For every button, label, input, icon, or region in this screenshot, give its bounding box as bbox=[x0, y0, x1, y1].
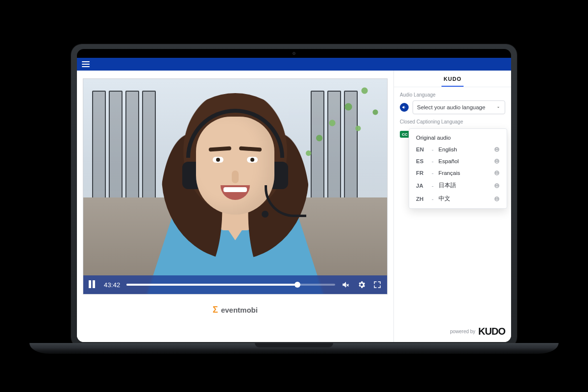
presenter bbox=[122, 78, 348, 294]
language-name: 日本語 bbox=[439, 182, 456, 189]
language-name: 中文 bbox=[439, 195, 450, 202]
audio-language-section: Audio Language Select your audio languag… bbox=[394, 87, 511, 117]
cc-badge-icon: CC bbox=[400, 131, 410, 138]
language-code: ZH bbox=[416, 196, 427, 202]
brand-row: Σ eventmobi bbox=[77, 298, 393, 318]
video-scene bbox=[83, 79, 387, 294]
gear-icon bbox=[357, 280, 366, 289]
language-code: JA bbox=[416, 183, 427, 189]
hamburger-menu-icon[interactable] bbox=[82, 61, 90, 67]
language-option[interactable]: Original audio bbox=[409, 132, 507, 144]
language-menu: Original audioEN-EnglishES-EspañolFR-Fra… bbox=[409, 128, 507, 209]
kudo-logo: KUDO bbox=[478, 326, 505, 337]
eventmobi-logo: Σ eventmobi bbox=[213, 305, 258, 314]
fullscreen-button[interactable] bbox=[372, 280, 382, 290]
app-topbar bbox=[77, 58, 511, 71]
audio-language-value: Select your audio language bbox=[417, 104, 485, 110]
volume-muted-icon bbox=[342, 280, 350, 289]
language-option[interactable]: EN-English bbox=[409, 144, 507, 155]
language-name: Français bbox=[439, 170, 460, 176]
app-screen: 43:42 bbox=[77, 58, 511, 342]
app-body: 43:42 bbox=[77, 71, 511, 342]
laptop-base bbox=[29, 343, 559, 354]
language-name: Original audio bbox=[416, 135, 451, 141]
ai-icon bbox=[494, 170, 500, 176]
eventmobi-mark-icon: Σ bbox=[213, 305, 218, 314]
laptop-camera-strip bbox=[77, 49, 511, 58]
progress-fill bbox=[126, 284, 298, 286]
eventmobi-wordmark: eventmobi bbox=[221, 306, 258, 314]
language-name: Español bbox=[439, 158, 459, 164]
language-option[interactable]: JA-日本語 bbox=[409, 179, 507, 192]
settings-button[interactable] bbox=[357, 280, 367, 290]
audio-language-dropdown[interactable]: Select your audio language bbox=[413, 100, 505, 114]
audio-language-label: Audio Language bbox=[400, 92, 505, 98]
elapsed-time: 43:42 bbox=[104, 281, 121, 289]
video-controls: 43:42 bbox=[83, 275, 387, 294]
language-option[interactable]: ES-Español bbox=[409, 155, 507, 167]
language-code: FR bbox=[416, 170, 427, 176]
captions-label: Closed Captioning Language bbox=[400, 119, 505, 124]
language-option[interactable]: ZH-中文 bbox=[409, 192, 507, 205]
microphone-icon bbox=[265, 185, 309, 220]
progress-bar[interactable] bbox=[126, 284, 335, 286]
pause-button[interactable] bbox=[88, 280, 98, 290]
kudo-panel: KUDO Audio Language Select your audio la… bbox=[393, 71, 511, 342]
fullscreen-icon bbox=[373, 280, 382, 289]
progress-thumb[interactable] bbox=[294, 282, 300, 288]
language-code: EN bbox=[416, 147, 427, 152]
main-column: 43:42 bbox=[77, 71, 393, 342]
chevron-down-icon bbox=[496, 105, 501, 110]
powered-by-label: powered by bbox=[450, 329, 475, 334]
video-player[interactable]: 43:42 bbox=[83, 78, 388, 294]
speaker-badge-icon bbox=[400, 103, 409, 112]
pause-icon bbox=[89, 280, 98, 289]
language-option[interactable]: FR-Français bbox=[409, 167, 507, 179]
ai-icon bbox=[494, 158, 500, 164]
video-container: 43:42 bbox=[77, 71, 393, 298]
tab-kudo[interactable]: KUDO bbox=[441, 72, 463, 87]
ai-icon bbox=[494, 147, 500, 152]
mute-button[interactable] bbox=[341, 280, 351, 290]
panel-tabs: KUDO bbox=[394, 71, 511, 87]
laptop-bezel: 43:42 bbox=[77, 49, 511, 342]
powered-by: powered by KUDO bbox=[450, 326, 505, 337]
language-code: ES bbox=[416, 158, 427, 164]
language-name: English bbox=[439, 147, 457, 152]
laptop-frame: 43:42 bbox=[71, 44, 517, 348]
ai-icon bbox=[494, 183, 500, 189]
ai-icon bbox=[494, 196, 500, 202]
